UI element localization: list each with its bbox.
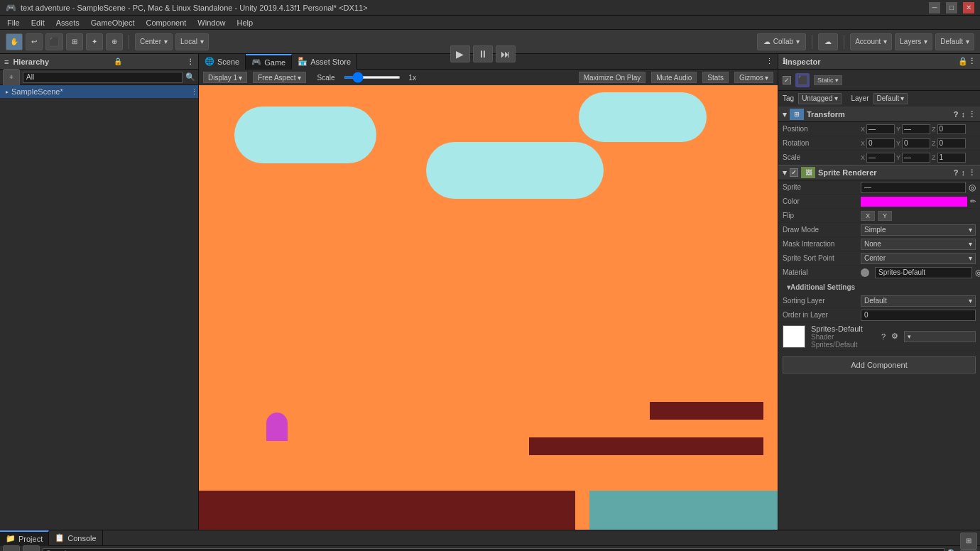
tool-move[interactable]: ↩ xyxy=(26,33,43,50)
object-static-badge[interactable]: Static ▾ xyxy=(814,75,842,85)
collab-icon: ☁ xyxy=(763,38,771,45)
menu-file[interactable]: File xyxy=(3,17,24,28)
color-picker-icon[interactable]: ✏ xyxy=(970,197,976,205)
transform-component-header[interactable]: ▾ ⊞ Transform ? ↕ ⋮ xyxy=(778,107,980,122)
flip-y-button[interactable]: Y xyxy=(878,211,892,221)
gizmos-dropdown[interactable]: Gizmos ▾ xyxy=(734,72,773,83)
scale-y-input[interactable] xyxy=(902,153,930,163)
transform-menu-icon[interactable]: ⋮ xyxy=(968,110,976,119)
sprite-renderer-header[interactable]: ▾ ✓ 🖼 Sprite Renderer ? ↕ ⋮ xyxy=(778,165,980,180)
sprite-renderer-settings-icon[interactable]: ↕ xyxy=(962,168,966,178)
tool-transform[interactable]: ⊞ xyxy=(66,33,83,50)
hierarchy-header: ≡ Hierarchy 🔒 ⋮ xyxy=(0,54,198,70)
sprite-picker-icon[interactable]: ◎ xyxy=(969,182,976,192)
draw-mode-label: Draw Mode xyxy=(783,226,861,234)
menu-window[interactable]: Window xyxy=(193,17,229,28)
menu-help[interactable]: Help xyxy=(232,17,257,28)
layer-value: Default xyxy=(877,94,900,102)
project-tab[interactable]: 📁 Project xyxy=(0,530,49,546)
hierarchy-lock-icon[interactable]: 🔒 xyxy=(114,58,122,65)
additional-settings-section[interactable]: ▾ Additional Settings xyxy=(778,280,980,294)
maximize-on-play-button[interactable]: Maximize On Play xyxy=(579,72,646,83)
draw-mode-dropdown[interactable]: Simple ▾ xyxy=(861,224,976,236)
stats-button[interactable]: Stats xyxy=(702,72,729,83)
console-tab[interactable]: 📋 Console xyxy=(49,530,102,546)
position-z-input[interactable] xyxy=(937,124,966,134)
flip-x-button[interactable]: X xyxy=(861,211,875,221)
main-toolbar: ✋ ↩ ⬛ ⊞ ✦ ⊕ Center ▾ Local ▾ ▶ ⏸ ⏭ ☁ Col… xyxy=(0,30,980,54)
add-component-button[interactable]: Add Component xyxy=(783,356,976,373)
center-toggle[interactable]: Center ▾ xyxy=(135,33,173,50)
color-swatch[interactable] xyxy=(861,197,967,207)
material-input[interactable] xyxy=(875,267,972,278)
material-name: Sprites-Default xyxy=(811,324,876,333)
sprite-sort-dropdown[interactable]: Center ▾ xyxy=(861,253,976,264)
sprite-input[interactable] xyxy=(861,182,966,193)
view-tab-menu-icon[interactable]: ⋮ xyxy=(761,57,778,66)
collab-button[interactable]: ☁ Collab ▾ xyxy=(757,33,806,50)
rotation-z-input[interactable] xyxy=(937,138,966,148)
menu-gameobject[interactable]: GameObject xyxy=(87,17,139,28)
project-back-button[interactable]: ◀ xyxy=(23,545,40,552)
minimize-button[interactable]: ─ xyxy=(929,2,940,13)
project-search-input[interactable] xyxy=(43,548,944,552)
aspect-dropdown[interactable]: Free Aspect ▾ xyxy=(253,72,305,83)
inspector-lock-icon[interactable]: 🔒 xyxy=(958,57,968,66)
game-tab[interactable]: 🎮 Game xyxy=(246,54,292,70)
mask-interaction-dropdown[interactable]: None ▾ xyxy=(861,239,976,250)
scale-slider[interactable] xyxy=(344,76,401,79)
layout-dropdown[interactable]: Default ▾ xyxy=(935,33,974,50)
menu-edit[interactable]: Edit xyxy=(27,17,49,28)
hierarchy-menu-icon[interactable]: ⋮ xyxy=(187,58,194,65)
chevron-down-icon-9: ▾ xyxy=(765,74,768,82)
scale-x-input[interactable] xyxy=(866,153,895,163)
step-button[interactable]: ⏭ xyxy=(496,45,516,62)
layer-dropdown[interactable]: Default ▾ xyxy=(873,93,908,104)
material-shader-dropdown[interactable]: ▾ xyxy=(904,331,976,342)
tool-hand[interactable]: ✋ xyxy=(6,33,23,50)
inspector-menu-icon[interactable]: ⋮ xyxy=(968,57,976,66)
project-add-button[interactable]: + xyxy=(3,545,20,552)
local-toggle[interactable]: Local ▾ xyxy=(175,33,209,50)
flip-row: Flip X Y xyxy=(778,209,980,223)
scene-menu-icon[interactable]: ⋮ xyxy=(190,87,198,97)
rotation-y-input[interactable] xyxy=(902,138,930,148)
display-dropdown[interactable]: Display 1 ▾ xyxy=(203,72,247,83)
tag-dropdown[interactable]: Untagged ▾ xyxy=(798,93,841,104)
transform-question-icon[interactable]: ? xyxy=(954,110,959,119)
sorting-layer-dropdown[interactable]: Default ▾ xyxy=(861,295,976,307)
sprite-renderer-enabled[interactable]: ✓ xyxy=(790,168,798,177)
layers-dropdown[interactable]: Layers ▾ xyxy=(895,33,932,50)
menu-assets[interactable]: Assets xyxy=(52,17,84,28)
hierarchy-search[interactable] xyxy=(23,72,183,83)
tool-rotate[interactable]: ✦ xyxy=(86,33,103,50)
transform-settings-icon[interactable]: ↕ xyxy=(962,110,966,119)
maximize-button[interactable]: □ xyxy=(946,2,957,13)
tool-custom[interactable]: ⊕ xyxy=(106,33,123,50)
object-enabled-checkbox[interactable]: ✓ xyxy=(783,76,791,84)
hierarchy-scene-item[interactable]: ▸ SampleScene* ⋮ xyxy=(0,85,198,98)
project-filter-button[interactable]: ⊞ xyxy=(960,533,977,550)
position-x-input[interactable] xyxy=(866,124,895,134)
sprite-renderer-question-icon[interactable]: ? xyxy=(954,168,959,178)
sprite-renderer-menu-icon[interactable]: ⋮ xyxy=(968,168,976,178)
mute-audio-button[interactable]: Mute Audio xyxy=(651,72,697,83)
close-button[interactable]: ✕ xyxy=(963,2,974,13)
position-y-input[interactable] xyxy=(902,124,930,134)
pause-button[interactable]: ⏸ xyxy=(473,45,493,62)
scene-tab[interactable]: 🌐 Scene xyxy=(199,54,246,70)
material-picker-icon[interactable]: ◎ xyxy=(975,268,980,278)
play-button[interactable]: ▶ xyxy=(450,45,470,62)
material-gear-icon[interactable]: ⚙ xyxy=(891,332,898,341)
tool-rect[interactable]: ⬛ xyxy=(45,33,63,50)
material-question-icon[interactable]: ? xyxy=(881,332,886,341)
add-gameobject-button[interactable]: + xyxy=(3,69,20,86)
scale-z-input[interactable] xyxy=(937,153,966,163)
rotation-x-input[interactable] xyxy=(866,138,895,148)
asset-store-tab[interactable]: 🏪 Asset Store xyxy=(292,54,357,70)
cloud-button[interactable]: ☁ xyxy=(818,33,838,50)
asset-store-tab-icon: 🏪 xyxy=(298,57,307,66)
account-dropdown[interactable]: Account ▾ xyxy=(850,33,892,50)
order-in-layer-input[interactable] xyxy=(861,310,976,321)
menu-component[interactable]: Component xyxy=(141,17,190,28)
